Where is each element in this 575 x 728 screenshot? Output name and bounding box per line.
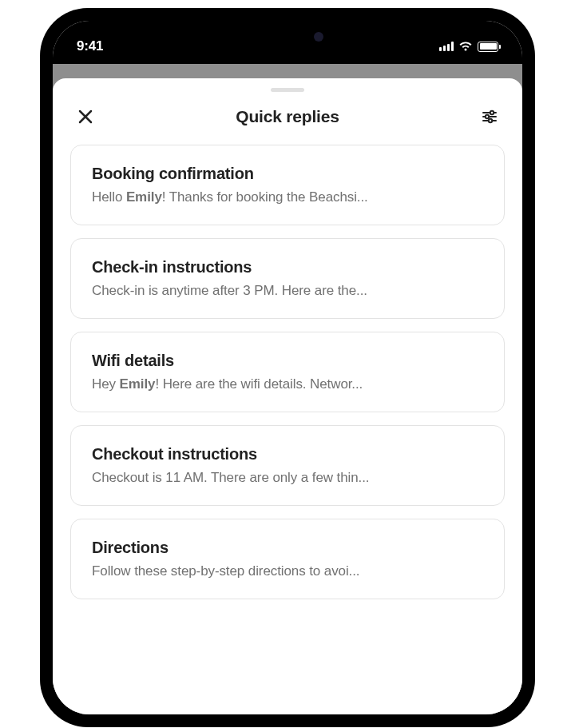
status-time: 9:41 [77, 38, 103, 54]
card-title: Checkout instructions [92, 445, 483, 463]
quick-replies-list: Booking confirmation Hello Emily! Thanks… [53, 145, 522, 599]
card-preview: Follow these step-by-step directions to … [92, 563, 483, 579]
cellular-signal-icon [439, 42, 454, 51]
screen-background: Quick replies Bookin [53, 64, 522, 714]
quick-reply-directions[interactable]: Directions Follow these step-by-step dir… [70, 519, 505, 599]
settings-button[interactable] [479, 106, 500, 127]
sheet-header: Quick replies [53, 106, 522, 145]
page-title: Quick replies [236, 107, 339, 126]
card-title: Check-in instructions [92, 258, 483, 276]
card-preview: Hey Emily! Here are the wifi details. Ne… [92, 376, 483, 392]
card-title: Wifi details [92, 352, 483, 370]
svg-point-3 [486, 115, 489, 118]
close-icon [78, 109, 93, 124]
quick-reply-booking-confirmation[interactable]: Booking confirmation Hello Emily! Thanks… [70, 145, 505, 225]
svg-point-5 [489, 119, 492, 122]
dynamic-island [236, 22, 339, 51]
svg-point-1 [490, 111, 494, 114]
card-title: Booking confirmation [92, 165, 483, 183]
quick-replies-sheet: Quick replies Bookin [53, 78, 522, 714]
quick-reply-wifi-details[interactable]: Wifi details Hey Emily! Here are the wif… [70, 332, 505, 412]
battery-icon [478, 42, 498, 52]
phone-frame: 9:41 [40, 8, 535, 727]
quick-reply-checkout-instructions[interactable]: Checkout instructions Checkout is 11 AM.… [70, 425, 505, 506]
quick-reply-check-in-instructions[interactable]: Check-in instructions Check-in is anytim… [70, 238, 505, 319]
card-title: Directions [92, 539, 483, 557]
sliders-icon [482, 109, 498, 125]
close-button[interactable] [75, 106, 96, 127]
status-icons [439, 41, 498, 52]
phone-screen: 9:41 [53, 21, 522, 714]
card-preview: Hello Emily! Thanks for booking the Beac… [92, 189, 483, 205]
wifi-icon [458, 41, 473, 52]
sheet-grabber[interactable] [271, 88, 304, 92]
card-preview: Check-in is anytime after 3 PM. Here are… [92, 283, 483, 299]
card-preview: Checkout is 11 AM. There are only a few … [92, 470, 483, 486]
